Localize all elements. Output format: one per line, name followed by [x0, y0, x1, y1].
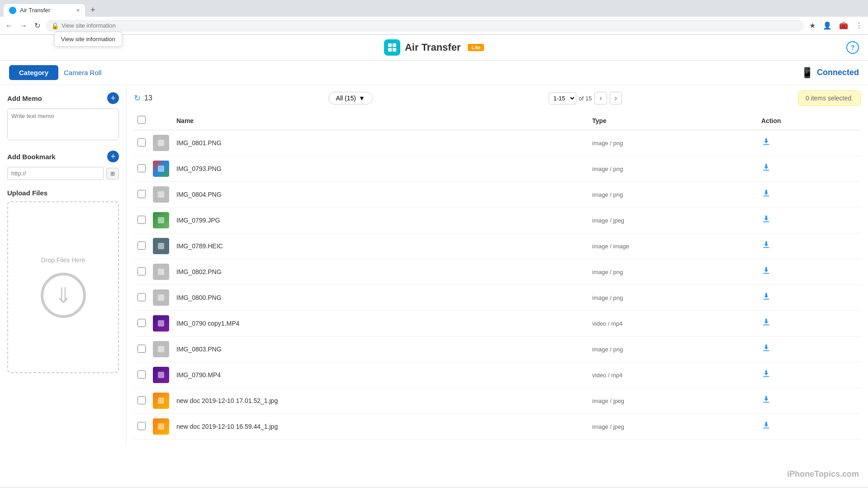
file-name: IMG_0800.PNG	[176, 294, 222, 301]
lite-badge: Lite	[468, 44, 484, 51]
upload-dropzone[interactable]: Drop Files Here ⇓	[7, 201, 119, 373]
file-thumbnail	[153, 341, 169, 357]
select-all-checkbox[interactable]	[138, 116, 146, 124]
address-input[interactable]	[62, 22, 798, 29]
profile-button[interactable]: 👤	[821, 19, 834, 32]
table-row: IMG_0803.PNG image / png	[134, 336, 861, 362]
file-name: IMG_0790.MP4	[176, 371, 221, 379]
download-button[interactable]	[761, 317, 771, 330]
download-button[interactable]	[761, 137, 771, 149]
bookmark-input[interactable]	[7, 167, 104, 180]
download-button[interactable]	[761, 394, 771, 407]
row-checkbox[interactable]	[138, 293, 146, 301]
svg-rect-3	[393, 48, 396, 52]
new-tab-button[interactable]: +	[87, 4, 99, 17]
download-button[interactable]	[761, 420, 771, 433]
file-table-header-row: Name Type Action	[134, 111, 861, 130]
svg-rect-15	[158, 423, 164, 430]
refresh-button[interactable]: ↻	[134, 93, 141, 103]
row-checkbox[interactable]	[138, 422, 146, 430]
row-checkbox[interactable]	[138, 370, 146, 379]
bookmark-go-button[interactable]: ⊞	[106, 168, 119, 180]
connected-status: 📱 Connected	[801, 67, 859, 79]
back-button[interactable]: ←	[4, 20, 14, 32]
row-checkbox[interactable]	[138, 164, 146, 172]
toolbar-icons: ★ 👤 🧰 ⋮	[807, 19, 864, 32]
download-button[interactable]	[761, 343, 771, 355]
filter-label: All (15)	[336, 95, 356, 102]
row-checkbox[interactable]	[138, 345, 146, 353]
category-button[interactable]: Category	[9, 65, 58, 80]
table-row: IMG_0799.JPG image / jpeg	[134, 208, 861, 233]
file-name: new doc 2019-12-10 16.59.44_1.jpg	[176, 423, 278, 430]
bookmark-star-button[interactable]: ★	[807, 19, 817, 32]
file-name: new doc 2019-12-10 17.01.52_1.jpg	[176, 397, 278, 404]
file-thumbnail	[153, 186, 169, 203]
bookmark-input-row: ⊞	[7, 167, 119, 180]
next-page-button[interactable]: ›	[610, 92, 622, 104]
file-type: image / jpeg	[592, 217, 624, 224]
add-memo-section: Add Memo +	[7, 92, 119, 142]
download-button[interactable]	[761, 369, 771, 381]
app-name: Air Transfer	[405, 42, 461, 53]
upload-drop-label: Drop Files Here	[41, 256, 85, 264]
active-tab[interactable]: 🌐 Air Transfer ×	[4, 4, 85, 17]
download-button[interactable]	[761, 162, 771, 175]
file-name: IMG_0790 copy1.MP4	[176, 320, 239, 327]
camera-roll-button[interactable]: Camera Roll	[64, 65, 101, 80]
file-thumbnail	[153, 289, 169, 306]
filter-button[interactable]: All (15) ▼	[328, 92, 373, 104]
forward-button[interactable]: →	[18, 20, 29, 32]
file-thumbnail	[153, 264, 169, 280]
download-button[interactable]	[761, 188, 771, 201]
memo-textarea[interactable]	[7, 109, 119, 140]
download-button[interactable]	[761, 214, 771, 227]
svg-rect-0	[388, 43, 392, 47]
row-checkbox[interactable]	[138, 138, 146, 147]
help-button[interactable]: ?	[846, 41, 859, 54]
selection-info: 0 items selected.	[798, 90, 861, 106]
row-checkbox[interactable]	[138, 216, 146, 224]
svg-rect-10	[158, 294, 164, 301]
table-row: IMG_0801.PNG image / png	[134, 130, 861, 156]
download-button[interactable]	[761, 291, 771, 304]
browser-menu-button[interactable]: ⋮	[854, 19, 864, 32]
file-type: image / png	[592, 166, 623, 172]
file-thumbnail	[153, 367, 169, 383]
download-button[interactable]	[761, 240, 771, 252]
lock-icon: 🔒	[51, 22, 59, 29]
page-select[interactable]: 1-15	[549, 92, 576, 104]
svg-rect-6	[158, 191, 164, 198]
file-name: IMG_0804.PNG	[176, 191, 222, 198]
file-type: video / mp4	[592, 372, 622, 379]
row-checkbox[interactable]	[138, 190, 146, 198]
svg-rect-13	[158, 372, 164, 378]
row-checkbox[interactable]	[138, 396, 146, 404]
category-bar: Category Camera Roll 📱 Connected	[0, 61, 868, 85]
file-type: image / png	[592, 140, 623, 147]
download-button[interactable]	[761, 265, 771, 278]
sidebar: Add Memo + Add Bookmark + ⊞ Upload Files	[0, 85, 127, 445]
site-info-tooltip: View site information	[54, 32, 122, 47]
extensions-button[interactable]: 🧰	[837, 19, 850, 32]
prev-page-button[interactable]: ‹	[594, 92, 607, 104]
col-type-header: Type	[588, 111, 758, 130]
row-checkbox[interactable]	[138, 267, 146, 275]
row-checkbox[interactable]	[138, 242, 146, 250]
reload-button[interactable]: ↻	[33, 19, 42, 32]
file-table-body: IMG_0801.PNG image / png IMG_0793.PNG	[134, 130, 861, 440]
row-checkbox[interactable]	[138, 319, 146, 327]
file-thumbnail	[153, 161, 169, 177]
tab-close-button[interactable]: ×	[76, 7, 80, 14]
table-row: IMG_0790.MP4 video / mp4	[134, 362, 861, 388]
bookmark-section-header: Add Bookmark +	[7, 151, 119, 162]
add-memo-button[interactable]: +	[107, 92, 119, 104]
browser-chrome: 🌐 Air Transfer × +	[0, 0, 868, 17]
file-name: IMG_0802.PNG	[176, 268, 222, 275]
file-name: IMG_0799.JPG	[176, 217, 220, 224]
file-thumbnail	[153, 315, 169, 332]
page-of-label: of 15	[579, 95, 592, 102]
site-info-text: View site information	[61, 36, 115, 43]
file-list-toolbar: ↻ 13 All (15) ▼ 1-15 of 15 ‹ › 0 items s…	[134, 90, 861, 106]
add-bookmark-button[interactable]: +	[107, 151, 119, 162]
